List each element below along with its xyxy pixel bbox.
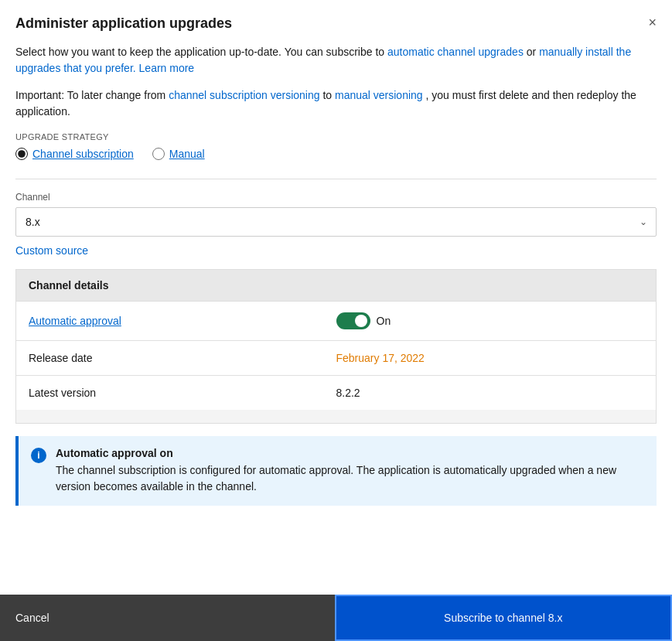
manually-install-link[interactable]: manually install the upgrades that you p… bbox=[15, 46, 631, 74]
custom-source-link[interactable]: Custom source bbox=[15, 244, 657, 257]
intro-text: Select how you want to keep the applicat… bbox=[15, 44, 657, 77]
channel-subscription-radio[interactable] bbox=[15, 148, 28, 160]
automatic-approval-value: On bbox=[336, 312, 644, 329]
close-button[interactable]: × bbox=[648, 15, 657, 29]
channel-details-section: Channel details Automatic approval On Re… bbox=[15, 269, 657, 424]
info-box: i Automatic approval on The channel subs… bbox=[15, 436, 657, 506]
channel-details-title: Channel details bbox=[29, 279, 108, 292]
automatic-upgrades-link[interactable]: automatic channel upgrades bbox=[387, 46, 524, 58]
release-date-key: Release date bbox=[29, 352, 336, 364]
info-title: Automatic approval on bbox=[56, 447, 644, 459]
channel-label: Channel bbox=[15, 192, 657, 203]
info-content: Automatic approval on The channel subscr… bbox=[56, 447, 644, 495]
latest-version-row: Latest version 8.2.2 bbox=[16, 376, 656, 410]
automatic-approval-row: Automatic approval On bbox=[16, 302, 656, 341]
toggle-on-label: On bbox=[377, 315, 391, 327]
channel-subscription-option[interactable]: Channel subscription bbox=[15, 148, 134, 160]
manual-option[interactable]: Manual bbox=[152, 148, 205, 160]
channel-subscription-link[interactable]: channel subscription versioning bbox=[169, 89, 319, 101]
info-desc: The channel subscription is configured f… bbox=[56, 462, 644, 495]
important-text: Important: To later change from channel … bbox=[15, 87, 657, 120]
dialog: Administer application upgrades × Select… bbox=[0, 0, 672, 641]
cancel-button[interactable]: Cancel bbox=[0, 595, 335, 641]
automatic-approval-toggle[interactable] bbox=[336, 312, 370, 329]
dialog-body: Select how you want to keep the applicat… bbox=[0, 32, 672, 595]
channel-details-header: Channel details bbox=[16, 270, 656, 302]
latest-version-key: Latest version bbox=[29, 387, 336, 399]
dialog-footer: Cancel Subscribe to channel 8.x bbox=[0, 595, 672, 641]
release-date-value: February 17, 2022 bbox=[336, 352, 644, 364]
upgrade-strategy-group: Channel subscription Manual bbox=[15, 148, 657, 160]
divider bbox=[15, 179, 657, 179]
channel-select[interactable]: 8.x 7.x 6.x bbox=[15, 207, 657, 237]
release-date-row: Release date February 17, 2022 bbox=[16, 341, 656, 376]
automatic-approval-key[interactable]: Automatic approval bbox=[29, 315, 336, 327]
upgrade-strategy-label: Upgrade strategy bbox=[15, 132, 657, 141]
toggle-slider bbox=[336, 312, 370, 329]
latest-version-value: 8.2.2 bbox=[336, 387, 644, 399]
channel-subscription-radio-label: Channel subscription bbox=[32, 148, 134, 160]
learn-more-link[interactable]: Learn more bbox=[139, 62, 195, 74]
info-icon: i bbox=[31, 448, 46, 463]
manual-radio-label: Manual bbox=[169, 148, 205, 160]
dialog-title: Administer application upgrades bbox=[15, 15, 232, 32]
manual-radio[interactable] bbox=[152, 148, 165, 160]
manual-versioning-link[interactable]: manual versioning bbox=[335, 89, 423, 101]
subscribe-button[interactable]: Subscribe to channel 8.x bbox=[335, 595, 673, 641]
channel-select-wrapper: 8.x 7.x 6.x ⌄ bbox=[15, 207, 657, 237]
dialog-header: Administer application upgrades × bbox=[0, 0, 672, 32]
